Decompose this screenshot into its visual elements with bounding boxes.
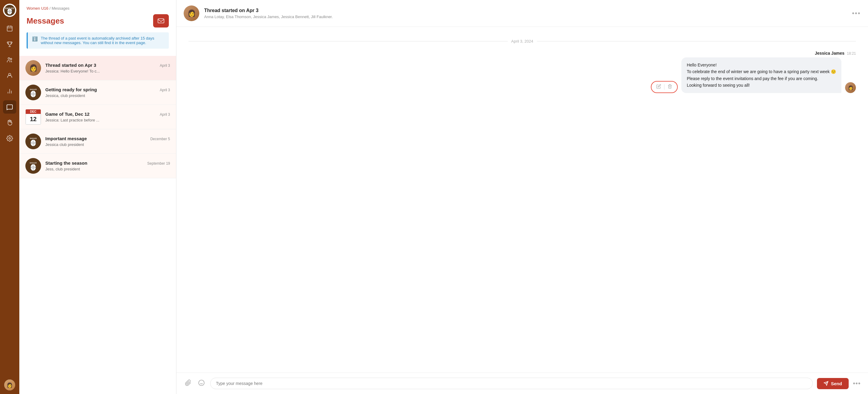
thread-date: December 5 — [150, 137, 170, 141]
thread-avatar-calendar: DEC 12 — [25, 109, 41, 125]
message-row: Jessica James 18:21 — [188, 51, 856, 93]
sidebar-logo[interactable]: EAGLES — [3, 4, 16, 17]
thread-header: 👩 Thread started on Apr 3 Anna Lotay, El… — [176, 0, 868, 27]
input-area: Send ••• — [176, 372, 868, 394]
message-sender-name: Jessica James — [815, 51, 844, 56]
thread-title: Starting the season — [45, 160, 87, 165]
input-more-options[interactable]: ••• — [853, 380, 861, 387]
thread-date: April 3 — [160, 88, 170, 92]
left-panel: Women U16 / Messages Messages ℹ️ The thr… — [19, 0, 176, 394]
svg-point-32 — [199, 380, 204, 385]
thread-content: Thread started on Apr 3 April 3 Jessica:… — [45, 63, 170, 73]
thread-avatar-badge: EAGLES — [25, 85, 41, 100]
message-bubble-row: Hello Everyone! To celebrate the end of … — [651, 57, 856, 93]
divider-line — [188, 41, 508, 41]
message-line-2: To celebrate the end of winter we are go… — [687, 68, 836, 75]
thread-preview: Jessica, club president — [45, 93, 170, 98]
compose-button[interactable] — [153, 14, 169, 28]
main-content: Women U16 / Messages Messages ℹ️ The thr… — [19, 0, 868, 394]
thread-title: Getting ready for spring — [45, 87, 97, 92]
thread-header-avatar: 👩 — [184, 5, 199, 21]
action-divider — [664, 84, 664, 90]
thread-item[interactable]: EAGLES Getting ready for spring April 3 … — [19, 80, 176, 105]
cal-day: 12 — [26, 114, 41, 124]
message-input[interactable] — [210, 378, 813, 389]
delete-message-button[interactable] — [667, 83, 673, 91]
message-line-3: Please reply to the event invitations an… — [687, 75, 836, 82]
avatar[interactable]: 👩 — [4, 380, 15, 390]
sidebar-item-person[interactable] — [3, 69, 16, 82]
thread-item[interactable]: EAGLES Starting the season September 19 … — [19, 154, 176, 178]
thread-date: April 3 — [160, 63, 170, 68]
svg-text:EAGLES: EAGLES — [30, 162, 37, 164]
info-banner-text: The thread of a past event is automatica… — [41, 36, 164, 45]
date-divider-text: April 3, 2024 — [511, 39, 533, 43]
message-actions — [651, 81, 678, 93]
thread-avatar-badge: EAGLES — [25, 158, 41, 174]
thread-date: September 19 — [147, 161, 170, 165]
thread-preview: Jessica: Hello Everyone! To c... — [45, 69, 170, 73]
svg-rect-16 — [158, 19, 164, 23]
info-banner: ℹ️ The thread of a past event is automat… — [27, 32, 169, 49]
svg-rect-5 — [7, 26, 12, 31]
message-time: 18:21 — [847, 51, 856, 56]
left-panel-header: Women U16 / Messages Messages ℹ️ The thr… — [19, 0, 176, 56]
messages-area: April 3, 2024 Jessica James 18:21 — [176, 27, 868, 372]
thread-avatar: 👩 — [25, 60, 41, 76]
thread-preview: Jess, club president — [45, 167, 170, 171]
thread-item[interactable]: EAGLES Important message December 5 Jess… — [19, 129, 176, 154]
date-divider: April 3, 2024 — [188, 39, 856, 43]
thread-preview: Jessica: Last practice before ... — [45, 118, 170, 122]
more-options-button[interactable]: ••• — [852, 9, 861, 17]
message-line-1: Hello Everyone! — [687, 62, 836, 68]
svg-point-15 — [9, 138, 10, 139]
sidebar-item-hand[interactable] — [3, 116, 16, 129]
thread-item[interactable]: DEC 12 Game of Tue, Dec 12 April 3 Jessi… — [19, 105, 176, 129]
thread-content: Getting ready for spring April 3 Jessica… — [45, 87, 170, 98]
send-label: Send — [831, 381, 842, 386]
message-avatar: 👩 — [845, 82, 856, 93]
sidebar-item-trophy[interactable] — [3, 37, 16, 51]
thread-content: Important message December 5 Jessica clu… — [45, 136, 170, 147]
sidebar: EAGLES — [0, 0, 19, 394]
emoji-button[interactable] — [197, 378, 206, 389]
thread-date: April 3 — [160, 112, 170, 117]
svg-point-10 — [10, 58, 12, 60]
thread-avatar-badge: EAGLES — [25, 133, 41, 149]
thread-header-info: Thread started on Apr 3 Anna Lotay, Elsa… — [204, 8, 847, 19]
message-line-4: Looking forward to seeing you all! — [687, 82, 836, 89]
breadcrumb-parent: Women U16 — [27, 6, 48, 10]
divider-line — [537, 41, 856, 41]
breadcrumb: Women U16 / Messages — [27, 6, 169, 10]
page-title: Messages — [27, 16, 64, 26]
breadcrumb-current: Messages — [52, 6, 69, 10]
thread-item[interactable]: 👩 Thread started on Apr 3 April 3 Jessic… — [19, 56, 176, 80]
sidebar-item-settings[interactable] — [3, 132, 16, 145]
thread-title: Important message — [45, 136, 87, 141]
sidebar-item-chart[interactable] — [3, 85, 16, 98]
cal-month: DEC — [26, 110, 41, 114]
svg-text:EAGLES: EAGLES — [30, 138, 37, 139]
sidebar-item-team[interactable] — [3, 53, 16, 66]
thread-content: Starting the season September 19 Jess, c… — [45, 160, 170, 171]
sidebar-item-calendar[interactable] — [3, 22, 16, 35]
breadcrumb-separator: / — [50, 6, 52, 10]
thread-title: Game of Tue, Dec 12 — [45, 112, 89, 117]
attachment-button[interactable] — [184, 378, 193, 389]
message-sender-row: Jessica James 18:21 — [815, 51, 856, 56]
thread-title: Thread started on Apr 3 — [45, 63, 96, 68]
thread-preview: Jessica club president — [45, 142, 170, 147]
message-bubble: Hello Everyone! To celebrate the end of … — [681, 57, 841, 93]
svg-point-9 — [8, 58, 10, 60]
thread-content: Game of Tue, Dec 12 April 3 Jessica: Las… — [45, 112, 170, 122]
sidebar-item-messages[interactable] — [3, 100, 16, 114]
svg-text:EAGLES: EAGLES — [30, 89, 37, 90]
right-panel: 👩 Thread started on Apr 3 Anna Lotay, El… — [176, 0, 868, 394]
edit-message-button[interactable] — [656, 83, 662, 91]
thread-list: 👩 Thread started on Apr 3 April 3 Jessic… — [19, 56, 176, 394]
info-icon: ℹ️ — [32, 36, 38, 42]
send-button[interactable]: Send — [817, 378, 849, 389]
thread-header-title: Thread started on Apr 3 — [204, 8, 847, 13]
thread-header-members: Anna Lotay, Elsa Thomson, Jessica James,… — [204, 14, 847, 19]
